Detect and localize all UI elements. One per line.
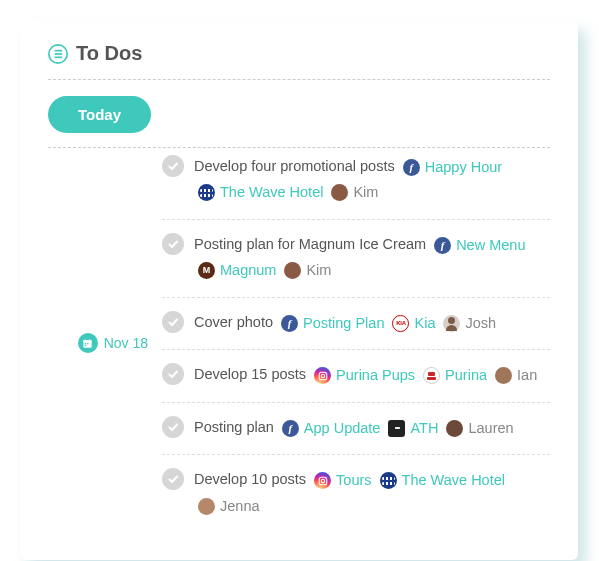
assignee-tag[interactable]: Kim: [284, 258, 331, 283]
svg-point-15: [321, 479, 324, 482]
magnum-logo-icon: [198, 262, 215, 279]
task-body: Develop 15 posts Purina Pups Purina Ian: [194, 362, 550, 387]
instagram-icon: [314, 472, 331, 489]
instagram-icon: [314, 367, 331, 384]
context-tag[interactable]: ATH: [388, 416, 438, 441]
context-tag[interactable]: The Wave Hotel: [198, 180, 323, 205]
facebook-icon: [434, 237, 451, 254]
task-body: Develop four promotional posts Happy Hou…: [194, 154, 550, 205]
task-row[interactable]: Posting plan for Magnum Ice Cream New Me…: [162, 219, 550, 297]
today-button[interactable]: Today: [48, 96, 151, 133]
task-title: Develop 15 posts: [194, 366, 306, 382]
kia-logo-icon: [392, 315, 409, 332]
assignee-tag[interactable]: Ian: [495, 363, 537, 388]
context-tag[interactable]: New Menu: [434, 233, 525, 258]
tag-label: Tours: [336, 468, 371, 493]
facebook-icon: [281, 315, 298, 332]
tag-label: Purina: [445, 363, 487, 388]
wave-logo-icon: [198, 184, 215, 201]
task-row[interactable]: Develop four promotional posts Happy Hou…: [162, 148, 550, 219]
svg-rect-11: [319, 372, 327, 380]
tag-label: ATH: [410, 416, 438, 441]
task-title: Develop four promotional posts: [194, 158, 395, 174]
todo-card: To Dos Today Nov 18 Develop four promoti…: [20, 20, 578, 560]
assignee-tag[interactable]: Josh: [443, 311, 496, 336]
svg-point-16: [324, 478, 325, 479]
date-label: Nov 18: [104, 335, 148, 351]
avatar-icon: [198, 498, 215, 515]
context-tag[interactable]: Happy Hour: [403, 155, 502, 180]
task-row[interactable]: Cover photo Posting Plan Kia Josh: [162, 297, 550, 349]
day-section: Nov 18 Develop four promotional posts Ha…: [48, 148, 550, 532]
svg-point-12: [321, 374, 324, 377]
tag-label: Josh: [465, 311, 496, 336]
complete-checkbox[interactable]: [162, 416, 184, 438]
facebook-icon: [282, 420, 299, 437]
context-tag[interactable]: Purina: [423, 363, 487, 388]
tag-label: Kim: [353, 180, 378, 205]
svg-rect-8: [85, 343, 86, 344]
card-header: To Dos: [48, 42, 550, 65]
complete-checkbox[interactable]: [162, 233, 184, 255]
task-title: Cover photo: [194, 314, 273, 330]
page-title: To Dos: [76, 42, 142, 65]
task-body: Develop 10 posts Tours The Wave Hotel Je…: [194, 467, 550, 518]
avatar-icon: [443, 315, 460, 332]
context-tag[interactable]: Tours: [314, 468, 371, 493]
svg-rect-10: [85, 345, 86, 346]
date-column: Nov 18: [48, 148, 148, 532]
task-body: Posting plan for Magnum Ice Cream New Me…: [194, 232, 550, 283]
purina-logo-icon: [423, 367, 440, 384]
tag-label: Purina Pups: [336, 363, 415, 388]
svg-rect-14: [319, 477, 327, 485]
avatar-icon: [495, 367, 512, 384]
task-row[interactable]: Develop 10 posts Tours The Wave Hotel Je…: [162, 454, 550, 532]
complete-checkbox[interactable]: [162, 311, 184, 333]
svg-point-13: [324, 373, 325, 374]
context-tag[interactable]: Kia: [392, 311, 435, 336]
avatar-icon: [284, 262, 301, 279]
ath-logo-icon: [388, 420, 405, 437]
complete-checkbox[interactable]: [162, 155, 184, 177]
task-title: Develop 10 posts: [194, 471, 306, 487]
tag-label: Lauren: [468, 416, 513, 441]
wave-logo-icon: [380, 472, 397, 489]
context-tag[interactable]: Magnum: [198, 258, 276, 283]
task-list: Develop four promotional posts Happy Hou…: [162, 148, 550, 532]
task-row[interactable]: Posting plan App Update ATH Lauren: [162, 402, 550, 454]
tag-label: Happy Hour: [425, 155, 502, 180]
task-body: Cover photo Posting Plan Kia Josh: [194, 310, 550, 335]
tag-label: Magnum: [220, 258, 276, 283]
tag-label: Kim: [306, 258, 331, 283]
facebook-icon: [403, 159, 420, 176]
context-tag[interactable]: Posting Plan: [281, 311, 384, 336]
context-tag[interactable]: App Update: [282, 416, 381, 441]
assignee-tag[interactable]: Lauren: [446, 416, 513, 441]
tag-label: New Menu: [456, 233, 525, 258]
svg-rect-5: [84, 340, 92, 342]
tag-label: The Wave Hotel: [402, 468, 505, 493]
tag-label: Kia: [414, 311, 435, 336]
context-tag[interactable]: Purina Pups: [314, 363, 415, 388]
tag-label: Ian: [517, 363, 537, 388]
list-icon: [48, 44, 68, 64]
task-row[interactable]: Develop 15 posts Purina Pups Purina Ian: [162, 349, 550, 401]
svg-rect-9: [87, 343, 88, 344]
tag-label: Jenna: [220, 494, 260, 519]
complete-checkbox[interactable]: [162, 363, 184, 385]
assignee-tag[interactable]: Kim: [331, 180, 378, 205]
task-body: Posting plan App Update ATH Lauren: [194, 415, 550, 440]
date-badge[interactable]: Nov 18: [78, 154, 148, 532]
tag-label: The Wave Hotel: [220, 180, 323, 205]
complete-checkbox[interactable]: [162, 468, 184, 490]
avatar-icon: [331, 184, 348, 201]
context-tag[interactable]: The Wave Hotel: [380, 468, 505, 493]
assignee-tag[interactable]: Jenna: [198, 494, 260, 519]
avatar-icon: [446, 420, 463, 437]
tag-label: Posting Plan: [303, 311, 384, 336]
task-title: Posting plan: [194, 419, 274, 435]
tag-label: App Update: [304, 416, 381, 441]
task-title: Posting plan for Magnum Ice Cream: [194, 236, 426, 252]
calendar-icon: [78, 333, 98, 353]
divider: [48, 79, 550, 80]
